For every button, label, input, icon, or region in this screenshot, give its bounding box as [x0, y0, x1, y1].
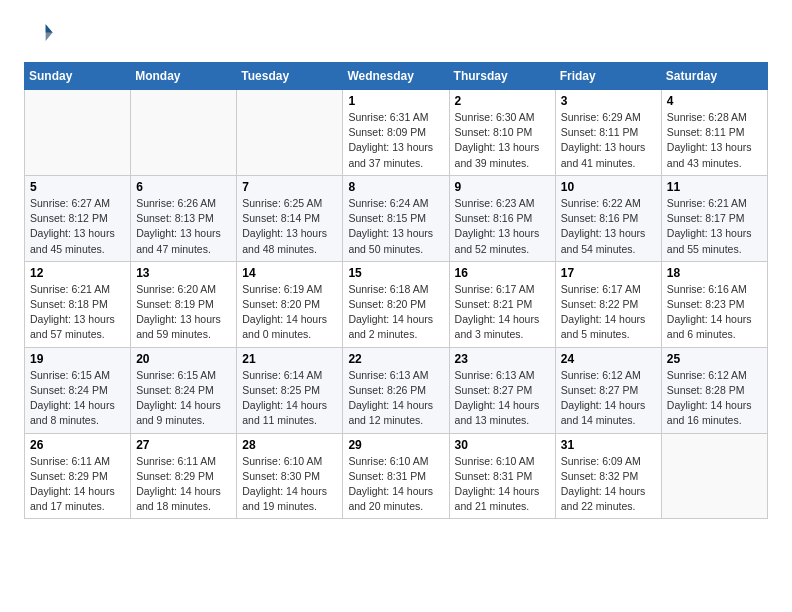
calendar-week-2: 5Sunrise: 6:27 AMSunset: 8:12 PMDaylight… — [25, 175, 768, 261]
calendar-cell: 21Sunrise: 6:14 AMSunset: 8:25 PMDayligh… — [237, 347, 343, 433]
weekday-header-tuesday: Tuesday — [237, 63, 343, 90]
day-number: 5 — [30, 180, 125, 194]
calendar-cell: 13Sunrise: 6:20 AMSunset: 8:19 PMDayligh… — [131, 261, 237, 347]
day-info: Sunrise: 6:26 AMSunset: 8:13 PMDaylight:… — [136, 196, 231, 257]
calendar-table: SundayMondayTuesdayWednesdayThursdayFrid… — [24, 62, 768, 519]
day-number: 14 — [242, 266, 337, 280]
day-number: 8 — [348, 180, 443, 194]
day-number: 24 — [561, 352, 656, 366]
day-info: Sunrise: 6:30 AMSunset: 8:10 PMDaylight:… — [455, 110, 550, 171]
weekday-header-row: SundayMondayTuesdayWednesdayThursdayFrid… — [25, 63, 768, 90]
weekday-header-friday: Friday — [555, 63, 661, 90]
day-info: Sunrise: 6:10 AMSunset: 8:30 PMDaylight:… — [242, 454, 337, 515]
day-info: Sunrise: 6:22 AMSunset: 8:16 PMDaylight:… — [561, 196, 656, 257]
calendar-cell: 18Sunrise: 6:16 AMSunset: 8:23 PMDayligh… — [661, 261, 767, 347]
day-info: Sunrise: 6:14 AMSunset: 8:25 PMDaylight:… — [242, 368, 337, 429]
day-number: 28 — [242, 438, 337, 452]
calendar-cell: 4Sunrise: 6:28 AMSunset: 8:11 PMDaylight… — [661, 90, 767, 176]
day-info: Sunrise: 6:12 AMSunset: 8:27 PMDaylight:… — [561, 368, 656, 429]
day-number: 15 — [348, 266, 443, 280]
calendar-cell — [131, 90, 237, 176]
calendar-cell: 26Sunrise: 6:11 AMSunset: 8:29 PMDayligh… — [25, 433, 131, 519]
day-number: 31 — [561, 438, 656, 452]
day-number: 12 — [30, 266, 125, 280]
day-number: 7 — [242, 180, 337, 194]
day-info: Sunrise: 6:25 AMSunset: 8:14 PMDaylight:… — [242, 196, 337, 257]
day-number: 2 — [455, 94, 550, 108]
calendar-week-3: 12Sunrise: 6:21 AMSunset: 8:18 PMDayligh… — [25, 261, 768, 347]
calendar-cell: 24Sunrise: 6:12 AMSunset: 8:27 PMDayligh… — [555, 347, 661, 433]
day-number: 30 — [455, 438, 550, 452]
calendar-cell: 6Sunrise: 6:26 AMSunset: 8:13 PMDaylight… — [131, 175, 237, 261]
day-info: Sunrise: 6:13 AMSunset: 8:27 PMDaylight:… — [455, 368, 550, 429]
day-info: Sunrise: 6:29 AMSunset: 8:11 PMDaylight:… — [561, 110, 656, 171]
calendar-cell: 20Sunrise: 6:15 AMSunset: 8:24 PMDayligh… — [131, 347, 237, 433]
weekday-header-wednesday: Wednesday — [343, 63, 449, 90]
day-info: Sunrise: 6:21 AMSunset: 8:18 PMDaylight:… — [30, 282, 125, 343]
calendar-cell: 28Sunrise: 6:10 AMSunset: 8:30 PMDayligh… — [237, 433, 343, 519]
page-header — [24, 20, 768, 52]
day-info: Sunrise: 6:11 AMSunset: 8:29 PMDaylight:… — [30, 454, 125, 515]
day-number: 13 — [136, 266, 231, 280]
logo-icon — [26, 20, 54, 48]
day-number: 4 — [667, 94, 762, 108]
calendar-cell: 25Sunrise: 6:12 AMSunset: 8:28 PMDayligh… — [661, 347, 767, 433]
calendar-cell: 5Sunrise: 6:27 AMSunset: 8:12 PMDaylight… — [25, 175, 131, 261]
calendar-cell: 9Sunrise: 6:23 AMSunset: 8:16 PMDaylight… — [449, 175, 555, 261]
day-number: 21 — [242, 352, 337, 366]
calendar-cell: 14Sunrise: 6:19 AMSunset: 8:20 PMDayligh… — [237, 261, 343, 347]
day-info: Sunrise: 6:09 AMSunset: 8:32 PMDaylight:… — [561, 454, 656, 515]
day-info: Sunrise: 6:18 AMSunset: 8:20 PMDaylight:… — [348, 282, 443, 343]
calendar-cell: 15Sunrise: 6:18 AMSunset: 8:20 PMDayligh… — [343, 261, 449, 347]
calendar-week-4: 19Sunrise: 6:15 AMSunset: 8:24 PMDayligh… — [25, 347, 768, 433]
calendar-cell: 8Sunrise: 6:24 AMSunset: 8:15 PMDaylight… — [343, 175, 449, 261]
day-info: Sunrise: 6:16 AMSunset: 8:23 PMDaylight:… — [667, 282, 762, 343]
day-number: 20 — [136, 352, 231, 366]
weekday-header-monday: Monday — [131, 63, 237, 90]
day-info: Sunrise: 6:31 AMSunset: 8:09 PMDaylight:… — [348, 110, 443, 171]
day-info: Sunrise: 6:17 AMSunset: 8:21 PMDaylight:… — [455, 282, 550, 343]
day-number: 27 — [136, 438, 231, 452]
day-info: Sunrise: 6:15 AMSunset: 8:24 PMDaylight:… — [30, 368, 125, 429]
day-number: 10 — [561, 180, 656, 194]
day-info: Sunrise: 6:17 AMSunset: 8:22 PMDaylight:… — [561, 282, 656, 343]
day-info: Sunrise: 6:10 AMSunset: 8:31 PMDaylight:… — [455, 454, 550, 515]
day-number: 25 — [667, 352, 762, 366]
day-number: 26 — [30, 438, 125, 452]
calendar-header: SundayMondayTuesdayWednesdayThursdayFrid… — [25, 63, 768, 90]
calendar-cell: 10Sunrise: 6:22 AMSunset: 8:16 PMDayligh… — [555, 175, 661, 261]
calendar-cell: 7Sunrise: 6:25 AMSunset: 8:14 PMDaylight… — [237, 175, 343, 261]
calendar-cell: 30Sunrise: 6:10 AMSunset: 8:31 PMDayligh… — [449, 433, 555, 519]
day-number: 19 — [30, 352, 125, 366]
day-number: 17 — [561, 266, 656, 280]
calendar-cell: 16Sunrise: 6:17 AMSunset: 8:21 PMDayligh… — [449, 261, 555, 347]
logo — [24, 20, 58, 52]
day-number: 6 — [136, 180, 231, 194]
day-info: Sunrise: 6:15 AMSunset: 8:24 PMDaylight:… — [136, 368, 231, 429]
day-number: 11 — [667, 180, 762, 194]
day-info: Sunrise: 6:20 AMSunset: 8:19 PMDaylight:… — [136, 282, 231, 343]
calendar-cell: 31Sunrise: 6:09 AMSunset: 8:32 PMDayligh… — [555, 433, 661, 519]
calendar-cell: 2Sunrise: 6:30 AMSunset: 8:10 PMDaylight… — [449, 90, 555, 176]
calendar-week-1: 1Sunrise: 6:31 AMSunset: 8:09 PMDaylight… — [25, 90, 768, 176]
day-number: 23 — [455, 352, 550, 366]
svg-marker-1 — [46, 24, 53, 41]
weekday-header-sunday: Sunday — [25, 63, 131, 90]
weekday-header-thursday: Thursday — [449, 63, 555, 90]
day-info: Sunrise: 6:27 AMSunset: 8:12 PMDaylight:… — [30, 196, 125, 257]
calendar-cell: 17Sunrise: 6:17 AMSunset: 8:22 PMDayligh… — [555, 261, 661, 347]
day-number: 18 — [667, 266, 762, 280]
calendar-cell: 23Sunrise: 6:13 AMSunset: 8:27 PMDayligh… — [449, 347, 555, 433]
calendar-cell — [237, 90, 343, 176]
calendar-body: 1Sunrise: 6:31 AMSunset: 8:09 PMDaylight… — [25, 90, 768, 519]
calendar-cell: 27Sunrise: 6:11 AMSunset: 8:29 PMDayligh… — [131, 433, 237, 519]
day-info: Sunrise: 6:12 AMSunset: 8:28 PMDaylight:… — [667, 368, 762, 429]
calendar-cell — [25, 90, 131, 176]
day-info: Sunrise: 6:28 AMSunset: 8:11 PMDaylight:… — [667, 110, 762, 171]
day-info: Sunrise: 6:13 AMSunset: 8:26 PMDaylight:… — [348, 368, 443, 429]
calendar-cell: 11Sunrise: 6:21 AMSunset: 8:17 PMDayligh… — [661, 175, 767, 261]
day-info: Sunrise: 6:11 AMSunset: 8:29 PMDaylight:… — [136, 454, 231, 515]
day-info: Sunrise: 6:19 AMSunset: 8:20 PMDaylight:… — [242, 282, 337, 343]
day-number: 3 — [561, 94, 656, 108]
day-info: Sunrise: 6:21 AMSunset: 8:17 PMDaylight:… — [667, 196, 762, 257]
